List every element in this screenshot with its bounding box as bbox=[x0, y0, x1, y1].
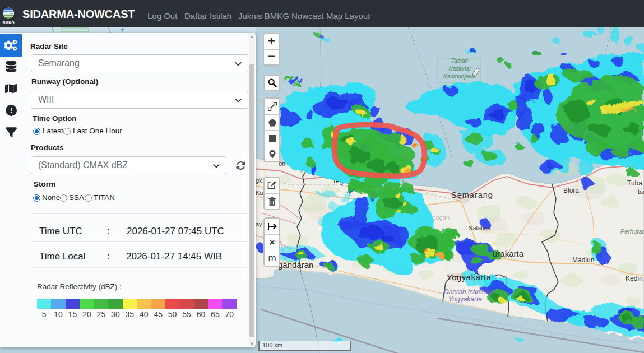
svg-text:Tuba: Tuba bbox=[627, 179, 642, 187]
svg-text:Daerah Istimewa: Daerah Istimewa bbox=[444, 288, 494, 296]
svg-text:gk: gk bbox=[256, 177, 262, 184]
svg-text:gandaran: gandaran bbox=[278, 260, 313, 270]
svg-text:Yogyakarta: Yogyakarta bbox=[447, 272, 492, 282]
svg-text:BMKG: BMKG bbox=[2, 21, 14, 25]
svg-text:Perhutani: Perhutani bbox=[620, 228, 644, 235]
svg-text:Nasional: Nasional bbox=[449, 66, 471, 72]
svg-text:Madiun: Madiun bbox=[572, 256, 594, 264]
svg-text:Semarang: Semarang bbox=[451, 191, 493, 199]
svg-text:Karimunjawa: Karimunjawa bbox=[443, 73, 476, 80]
svg-text:Salatiga: Salatiga bbox=[469, 225, 492, 231]
svg-text:Taman: Taman bbox=[451, 58, 469, 64]
svg-text:ay: ay bbox=[256, 221, 262, 227]
svg-text:ba: ba bbox=[638, 188, 644, 195]
svg-text:Kediri: Kediri bbox=[626, 275, 643, 282]
svg-text:Blora: Blora bbox=[563, 187, 579, 194]
svg-text:Ku: Ku bbox=[256, 189, 263, 196]
svg-text:urakarta: urakarta bbox=[493, 249, 524, 258]
svg-text:Yogyakarta: Yogyakarta bbox=[448, 295, 482, 303]
